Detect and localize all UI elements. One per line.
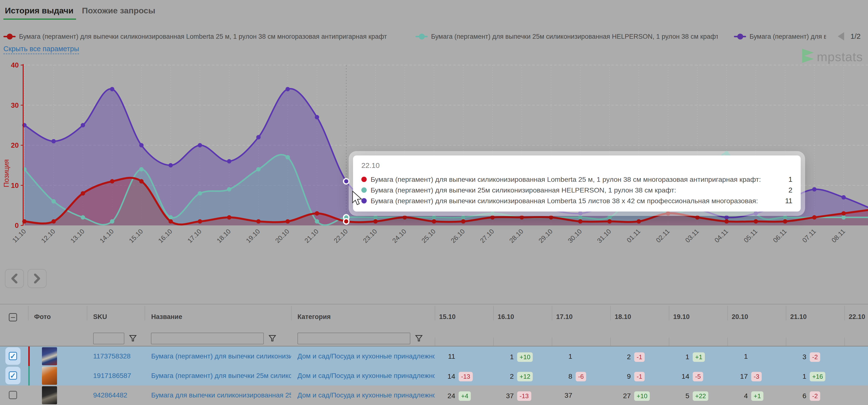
legend-pager[interactable]: 1/2 [838, 32, 861, 40]
data-point[interactable] [754, 219, 758, 224]
data-point[interactable] [490, 215, 495, 220]
data-point[interactable] [344, 219, 349, 224]
data-point[interactable] [52, 139, 56, 143]
data-point[interactable] [285, 219, 290, 224]
sku-link[interactable]: 1917186587 [87, 366, 145, 380]
name-filter-input[interactable] [151, 333, 264, 344]
data-point[interactable] [227, 159, 231, 164]
row-checkbox[interactable] [9, 391, 17, 399]
tab-similar-queries[interactable]: Похожие запросы [82, 6, 155, 15]
data-point[interactable] [724, 215, 729, 220]
data-point[interactable] [168, 219, 173, 224]
column-header-label[interactable]: Фото [28, 304, 87, 321]
data-point[interactable] [607, 219, 612, 224]
data-point[interactable] [344, 179, 349, 184]
data-point[interactable] [461, 219, 465, 224]
data-point[interactable] [578, 211, 583, 216]
data-point[interactable] [315, 219, 319, 224]
legend-item-2[interactable]: Бумага (пергамент) для выпечки 25м силик… [415, 32, 718, 41]
category-filter-input[interactable] [298, 333, 410, 344]
chart-prev-button[interactable] [5, 269, 24, 288]
data-point[interactable] [285, 155, 290, 159]
date-column-header[interactable]: 20.10 [727, 304, 786, 321]
data-point[interactable] [783, 219, 787, 224]
sku-link[interactable]: 1173758328 [87, 346, 145, 360]
data-point[interactable] [110, 87, 114, 91]
data-point[interactable] [52, 199, 56, 203]
tab-history[interactable]: История выдачи [5, 6, 74, 15]
data-point[interactable] [812, 215, 816, 220]
data-point[interactable] [520, 215, 524, 220]
data-point[interactable] [695, 215, 700, 220]
hide-all-params-link[interactable]: Скрыть все параметры [3, 45, 79, 54]
product-photo[interactable] [42, 367, 57, 385]
legend-item-3[interactable]: Бумага (пергамент) для вып [734, 32, 826, 41]
sku-filter-input[interactable] [93, 333, 124, 344]
data-point[interactable] [607, 215, 612, 220]
data-point[interactable] [724, 151, 729, 156]
data-point[interactable] [841, 215, 846, 220]
filter-funnel-icon[interactable] [268, 334, 277, 342]
data-point[interactable] [754, 211, 758, 216]
data-point[interactable] [256, 219, 261, 224]
date-column-header[interactable]: 18.10 [610, 304, 669, 321]
date-column-header[interactable]: 16.10 [493, 304, 552, 321]
data-point[interactable] [724, 219, 729, 224]
data-point[interactable] [81, 123, 85, 128]
data-point[interactable] [81, 215, 85, 220]
data-point[interactable] [666, 211, 670, 216]
data-point[interactable] [110, 179, 114, 183]
data-point[interactable] [637, 219, 641, 224]
data-point[interactable] [285, 87, 290, 91]
date-column-header[interactable]: 21.10 [786, 304, 844, 321]
chart-next-button[interactable] [28, 269, 46, 288]
data-point[interactable] [373, 219, 378, 224]
data-point[interactable] [549, 215, 553, 220]
data-point[interactable] [490, 211, 495, 216]
data-point[interactable] [198, 191, 202, 196]
table-row-3[interactable]: 942864482Бумага для выпечки силиконизиро… [0, 385, 868, 405]
data-point[interactable] [139, 179, 144, 183]
product-name-link[interactable]: Бумага (пергамент) для выпечки силикониз… [145, 346, 291, 360]
legend-item-1[interactable]: Бумага (пергамент) для выпечки силикониз… [3, 32, 401, 41]
select-all-checkbox[interactable]: – [9, 313, 17, 322]
data-point[interactable] [139, 143, 144, 147]
data-point[interactable] [256, 167, 261, 172]
data-point[interactable] [432, 219, 436, 224]
data-point[interactable] [256, 135, 261, 139]
data-point[interactable] [812, 187, 816, 192]
data-point[interactable] [841, 211, 846, 216]
column-header-label[interactable]: Категория [291, 304, 435, 321]
row-checkbox[interactable]: ✓ [9, 371, 17, 380]
data-point[interactable] [578, 219, 583, 224]
column-header-label[interactable]: SKU [87, 304, 145, 321]
data-point[interactable] [81, 191, 85, 196]
data-point[interactable] [198, 143, 202, 147]
data-point[interactable] [198, 219, 202, 224]
legend-prev-icon[interactable] [838, 32, 844, 40]
data-point[interactable] [403, 215, 407, 220]
data-point[interactable] [315, 211, 319, 216]
date-column-header[interactable]: 15.10 [435, 304, 493, 321]
product-photo[interactable] [42, 347, 57, 365]
data-point[interactable] [110, 219, 114, 224]
date-column-header[interactable]: 17.10 [552, 304, 610, 321]
data-point[interactable] [841, 195, 846, 200]
date-column-header[interactable]: 19.10 [669, 304, 727, 321]
data-point[interactable] [52, 219, 56, 224]
data-point[interactable] [578, 215, 583, 220]
product-photo[interactable] [42, 386, 57, 404]
date-column-header[interactable]: 22.10 [844, 304, 868, 321]
data-point[interactable] [315, 115, 319, 120]
category-link[interactable]: Дом и сад/Посуда и кухонные принадлежно [291, 385, 435, 399]
sku-link[interactable]: 942864482 [87, 385, 145, 399]
product-name-link[interactable]: Бумага для выпечки силиконизированная 25 [145, 385, 291, 399]
data-point[interactable] [783, 215, 787, 220]
table-row-1[interactable]: ✓1173758328Бумага (пергамент) для выпечк… [0, 346, 868, 366]
data-point[interactable] [461, 215, 465, 220]
data-point[interactable] [139, 167, 144, 172]
table-row-2[interactable]: ✓1917186587Бумага (пергамент) для выпечк… [0, 366, 868, 386]
category-link[interactable]: Дом и сад/Посуда и кухонные принадлежно [291, 366, 435, 380]
row-checkbox[interactable]: ✓ [9, 352, 17, 360]
data-point[interactable] [227, 187, 231, 192]
